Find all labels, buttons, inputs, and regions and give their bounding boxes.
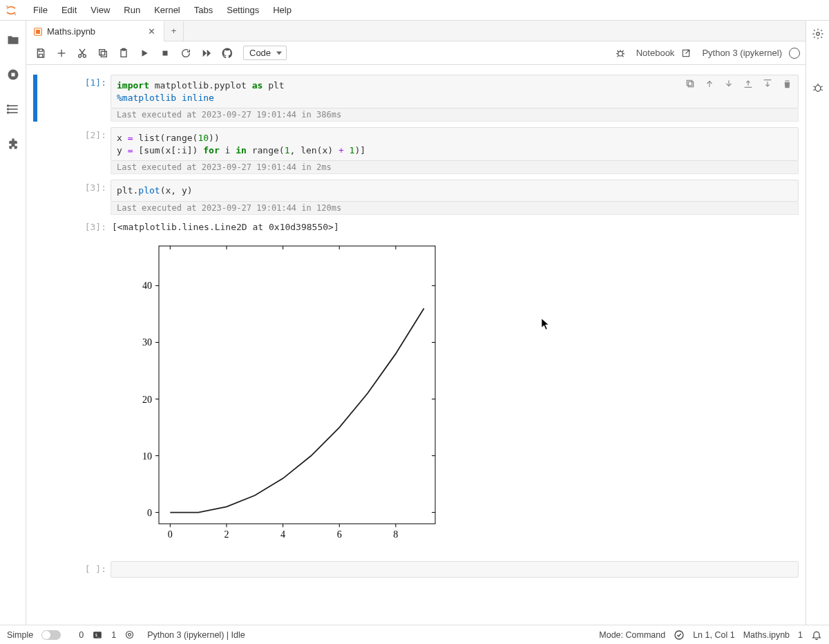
svg-text:$_: $_ (95, 633, 101, 638)
status-kernel[interactable]: Python 3 (ipykernel) | Idle (147, 630, 245, 640)
toc-icon[interactable] (6, 102, 20, 116)
menu-run[interactable]: Run (117, 2, 147, 18)
svg-line-74 (813, 86, 815, 88)
bell-icon[interactable] (811, 629, 822, 641)
right-sidebar (806, 21, 829, 625)
svg-line-28 (622, 50, 623, 52)
menu-help[interactable]: Help (266, 2, 298, 18)
status-terminals[interactable]: 0 (79, 630, 84, 640)
svg-line-75 (820, 86, 822, 88)
svg-point-71 (816, 32, 819, 36)
menu-view[interactable]: View (84, 2, 117, 18)
menu-kernel[interactable]: Kernel (147, 2, 187, 18)
add-cell-button[interactable] (53, 44, 70, 62)
code-cell[interactable]: [ ]: (26, 560, 806, 578)
check-icon[interactable] (674, 629, 685, 641)
svg-line-27 (617, 50, 618, 52)
menu-tabs[interactable]: Tabs (187, 2, 220, 18)
svg-point-7 (7, 105, 8, 106)
copy-button[interactable] (94, 44, 112, 62)
menubar: File Edit View Run Kernel Tabs Settings … (0, 0, 829, 21)
exec-meta: Last executed at 2023-09-27 19:01:44 in … (111, 202, 799, 215)
menu-file[interactable]: File (26, 2, 55, 18)
tabbar: Maths.ipynb ✕ + (26, 21, 806, 41)
kernel-icon[interactable] (124, 629, 135, 640)
insert-below-icon[interactable] (760, 76, 775, 91)
output-prompt: [3]: (62, 219, 111, 550)
svg-text:0: 0 (168, 529, 173, 540)
code-cell[interactable]: [1]: import matplotlib.pyplot as plt %ma… (26, 73, 806, 122)
svg-text:20: 20 (142, 394, 152, 404)
folder-icon[interactable] (6, 33, 20, 47)
close-icon[interactable]: ✕ (145, 26, 158, 37)
run-button[interactable] (135, 44, 153, 62)
cell-type-select[interactable]: Code (243, 46, 287, 60)
duplicate-icon[interactable] (683, 76, 698, 91)
github-icon[interactable] (218, 44, 236, 62)
cell-toolbar (683, 76, 794, 91)
terminal-icon[interactable]: $_ (92, 630, 103, 640)
code-cell[interactable]: [3]: plt.plot(x, y) Last executed at 202… (26, 178, 806, 215)
status-simple: Simple (7, 630, 33, 640)
cell-select-indicator (33, 75, 37, 122)
output-text: [<matplotlib.lines.Line2D at 0x10d398550… (111, 219, 799, 235)
svg-point-14 (79, 55, 82, 57)
cell-prompt: [3]: (62, 180, 111, 215)
status-one: 1 (798, 630, 803, 640)
exec-meta: Last executed at 2023-09-27 19:01:44 in … (111, 161, 799, 174)
stop-button[interactable] (156, 44, 174, 62)
notebook-icon (33, 27, 43, 37)
svg-line-76 (813, 89, 815, 91)
cut-button[interactable] (73, 44, 91, 62)
notebook-trust-label[interactable]: Notebook (636, 48, 675, 58)
svg-rect-32 (688, 82, 693, 86)
svg-point-15 (83, 55, 86, 57)
tab-add-button[interactable]: + (164, 21, 184, 41)
svg-point-8 (7, 108, 8, 110)
insert-above-icon[interactable] (741, 76, 756, 91)
code-input[interactable]: x = list(range(10)) y = [sum(x[:i]) for … (111, 127, 799, 161)
move-up-icon[interactable] (702, 76, 717, 91)
exec-meta: Last executed at 2023-09-27 19:01:44 in … (111, 108, 799, 122)
run-all-button[interactable] (198, 44, 216, 62)
bug-icon[interactable] (611, 44, 629, 62)
svg-rect-18 (101, 51, 106, 57)
kernel-status-icon[interactable] (789, 48, 800, 59)
status-lncol[interactable]: Ln 1, Col 1 (693, 630, 734, 640)
kernel-name[interactable]: Python 3 (ipykernel) (702, 48, 782, 58)
svg-line-77 (820, 89, 822, 91)
svg-text:2: 2 (224, 529, 229, 540)
svg-text:30: 30 (142, 337, 152, 348)
plot-output: 02468010203040 (124, 239, 799, 550)
svg-text:8: 8 (393, 529, 398, 540)
code-cell[interactable]: [2]: x = list(range(10)) y = [sum(x[:i])… (26, 126, 806, 174)
debug-icon[interactable] (812, 82, 824, 94)
svg-text:6: 6 (337, 529, 342, 540)
save-button[interactable] (32, 44, 50, 62)
svg-point-0 (6, 6, 8, 7)
open-external-icon[interactable] (681, 48, 691, 58)
output-row: [3]: [<matplotlib.lines.Line2D at 0x10d3… (26, 218, 806, 550)
move-down-icon[interactable] (721, 76, 736, 91)
svg-point-80 (128, 634, 131, 636)
status-file[interactable]: Maths.ipynb (743, 630, 790, 640)
tab-maths[interactable]: Maths.ipynb ✕ (26, 21, 164, 41)
code-input[interactable]: plt.plot(x, y) (111, 180, 799, 202)
svg-rect-3 (11, 73, 15, 77)
cell-prompt: [ ]: (62, 561, 111, 578)
running-icon[interactable] (6, 68, 20, 82)
menu-edit[interactable]: Edit (55, 2, 84, 18)
notebook-body[interactable]: [1]: import matplotlib.pyplot as plt %ma… (26, 65, 806, 625)
menu-settings[interactable]: Settings (220, 2, 266, 18)
simple-toggle[interactable] (41, 630, 61, 640)
jupyter-logo-icon (4, 3, 18, 17)
gear-icon[interactable] (812, 28, 824, 40)
extension-icon[interactable] (6, 137, 20, 151)
status-consoles[interactable]: 1 (111, 630, 116, 640)
paste-button[interactable] (115, 44, 133, 62)
svg-text:0: 0 (147, 507, 152, 518)
svg-text:40: 40 (142, 281, 152, 291)
restart-button[interactable] (177, 44, 195, 62)
delete-icon[interactable] (779, 76, 794, 91)
code-input[interactable] (111, 561, 799, 578)
